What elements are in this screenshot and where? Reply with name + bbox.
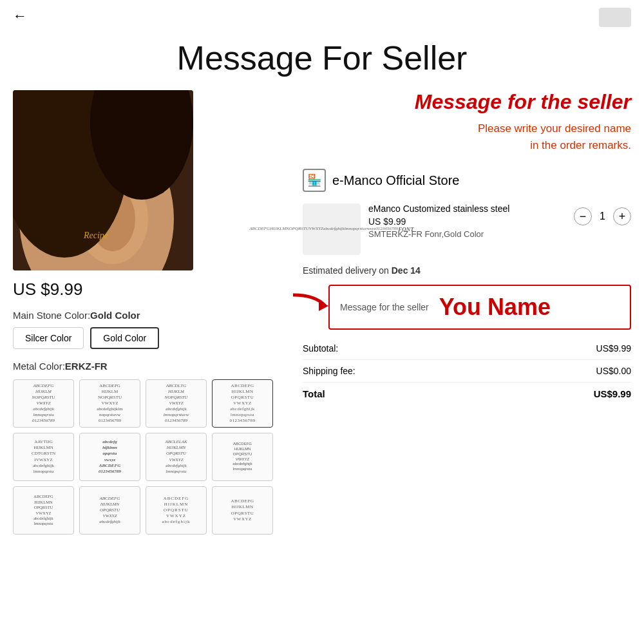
subtotal-label: Subtotal: — [303, 343, 338, 354]
subtotal-value: US$9.99 — [596, 343, 631, 354]
qty-row: − 1 + — [574, 207, 631, 225]
msg-for-seller-title: Message for the seller — [303, 90, 631, 114]
font-card-6[interactable]: abcdefghijklmnopqrstuvwxyzABCDEFG0123456… — [79, 433, 140, 481]
svg-text:Recipe: Recipe — [83, 231, 108, 240]
arrow-svg — [290, 292, 328, 320]
qty-decrease-btn[interactable]: − — [574, 207, 592, 225]
font-card-12[interactable]: ABCDEFGHIJKLMNOPQRSTUVWXYZ — [212, 486, 273, 535]
delivery-row: Estimated delivery on Dec 14 — [303, 265, 631, 276]
page-title: Message For Seller — [0, 32, 644, 90]
product-illustration: Recipe — [13, 90, 193, 270]
top-bar: ← — [0, 0, 644, 32]
font-grid: ABCDEFGHIJKLMNOPQRSTUVWXYZabcdefghijklmn… — [13, 379, 283, 535]
store-name: e-Manco Official Store — [332, 173, 460, 188]
metal-color-label: Metal Color:ERKZ-FR — [13, 361, 283, 372]
font-card-1[interactable]: ABCDEFGHIJKLMNOPQRSTUVWXYZabcdefghijklmn… — [13, 379, 74, 428]
product-image: Recipe — [13, 90, 193, 270]
shipping-value: US$0.00 — [596, 366, 631, 376]
order-thumbnail: ABCDEFGHIJKLMNOPQRSTUVWXYZabcdefghijklmn… — [303, 204, 361, 255]
font-card-3[interactable]: ABCDLTGHIJKLMNOPQRSTUVWXYZabcdefghijklmn… — [146, 379, 207, 428]
color-btn-gold[interactable]: Gold Color — [90, 327, 159, 349]
order-card: ABCDEFGHIJKLMNOPQRSTUVWXYZabcdefghijklmn… — [303, 204, 631, 255]
subtotal-row: Subtotal: US$9.99 — [303, 340, 631, 357]
product-image-inner: Recipe — [13, 90, 193, 270]
order-variant: SMTERKZ-FR Fonr,Gold Color — [368, 229, 566, 239]
arrow-indicator — [290, 292, 328, 323]
order-title: eManco Customized stainless steel — [368, 204, 566, 214]
qty-number: 1 — [600, 211, 605, 222]
left-panel: Recipe US $9.99 Main Stone Color:Gold Co… — [13, 90, 283, 535]
message-input-box[interactable]: Message for the seller You Name — [328, 285, 631, 330]
shipping-row: Shipping fee: US$0.00 — [303, 363, 631, 379]
store-icon: 🏪 — [303, 169, 326, 192]
order-price: US $9.99 — [368, 216, 566, 227]
main-content: Recipe US $9.99 Main Stone Color:Gold Co… — [0, 90, 644, 535]
color-options: Silcer Color Gold Color — [13, 327, 283, 349]
metal-color-value: ERKZ-FR — [65, 361, 108, 372]
product-price: US $9.99 — [13, 279, 283, 299]
font-card-8[interactable]: ABCDEFGHIJKLMNOPQRSTUVWXYZabcdefghijklmn… — [212, 433, 273, 481]
total-label: Total — [303, 388, 325, 399]
shipping-label: Shipping fee: — [303, 366, 355, 376]
font-card-7[interactable]: ABCLELAKHIJKLMNOPQRSTUVWXYZabcdefghijklm… — [146, 433, 207, 481]
right-panel: Message for the seller Please write your… — [303, 90, 631, 535]
message-field-label: Message for the seller — [340, 302, 429, 312]
total-value: US$9.99 — [594, 388, 631, 399]
font-card-11[interactable]: ABCDEFGHIJKLMNOPQRSTUVWXYZabcdefghijk — [146, 486, 207, 535]
order-details: eManco Customized stainless steel US $9.… — [368, 204, 566, 239]
top-right-placeholder — [599, 8, 631, 27]
stone-color-value: Gold Color — [90, 310, 140, 321]
color-btn-silver[interactable]: Silcer Color — [13, 327, 84, 349]
pricing-table: Subtotal: US$9.99 Shipping fee: US$0.00 … — [303, 340, 631, 402]
font-card-5[interactable]: AAVTIJGHIJKLMNCDTGRSTNIVWXYZabcdefghijkl… — [13, 433, 74, 481]
font-card-9[interactable]: ABCDEFGHIJKLMNOPQRSTUVWXYZabcdefghijklmn… — [13, 486, 74, 535]
font-card-4[interactable]: ABCDEFGHIJKLMNOPQRSTUVWXYZabcdefghijklmn… — [212, 379, 273, 428]
back-button[interactable]: ← — [13, 8, 27, 24]
store-row: 🏪 e-Manco Official Store — [303, 169, 631, 192]
you-name-placeholder: You Name — [439, 294, 551, 321]
total-row: Total US$9.99 — [303, 385, 631, 402]
font-card-10[interactable]: ABCDEFGHIJKLMNOPQRSTUVWXYZabcdefghijk — [79, 486, 140, 535]
message-section: Message for the seller You Name — [328, 285, 631, 330]
font-card-2[interactable]: ABCDEFGHIJKLMNOPQRSTUVWXYZabcdefghijklmn… — [79, 379, 140, 428]
stone-color-label: Main Stone Color:Gold Color — [13, 310, 283, 321]
delivery-date: Dec 14 — [392, 265, 421, 276]
msg-subtitle: Please write your desired namein the ord… — [303, 120, 631, 153]
qty-increase-btn[interactable]: + — [613, 207, 631, 225]
